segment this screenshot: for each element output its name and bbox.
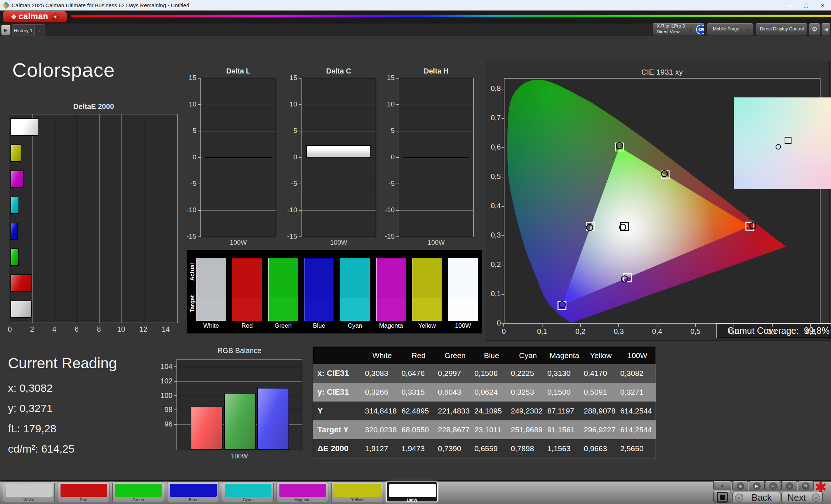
- stop-icon: ■: [737, 482, 744, 490]
- settings-button[interactable]: ⚙: [809, 23, 820, 36]
- y-tick-label: -5: [379, 180, 395, 188]
- meter-button-xrite[interactable]: X-Rite i1Pro 3 Direct View ▼ 436: [652, 23, 705, 36]
- table-cell: 296,9227: [583, 425, 619, 434]
- gridline: [399, 131, 473, 131]
- chevron-down-icon: ▼: [742, 28, 750, 33]
- loop-button[interactable]: ↻: [798, 481, 814, 491]
- tick: [174, 366, 177, 367]
- table-cell: 0,1500: [546, 388, 583, 396]
- logo-dropdown-icon[interactable]: ▼: [52, 13, 59, 20]
- pattern-button-blue[interactable]: Blue: [167, 482, 219, 502]
- row-label: ΔE 2000: [313, 444, 364, 453]
- pattern-label: Green: [113, 497, 164, 502]
- inset-actual-marker: [776, 144, 781, 150]
- next-label: Next: [782, 492, 812, 503]
- pattern-button-100w[interactable]: 100W: [386, 482, 438, 502]
- y-tick-label: 10: [281, 100, 297, 108]
- table-row: x: CIE310,30830,64760,29970,15060,22250,…: [313, 364, 656, 383]
- table-cell: 288,9078: [583, 407, 619, 415]
- tab-nav-button[interactable]: ▶: [1, 25, 11, 35]
- loop-icon: ↻: [802, 482, 810, 490]
- row-label-target: Target: [189, 287, 196, 320]
- add-tab-button[interactable]: +: [35, 24, 45, 36]
- y-tick-label: 15: [180, 74, 196, 82]
- swatch-target: [196, 298, 226, 321]
- measurement-table: WhiteRedGreenBlueCyanMagentaYellow100Wx:…: [313, 347, 656, 458]
- back-button[interactable]: « Back: [732, 492, 780, 503]
- continuous-button[interactable]: ∞: [781, 481, 797, 491]
- play-button[interactable]: ▶: [749, 481, 765, 491]
- table-row: Y314,841862,4895221,483324,1095249,23028…: [313, 402, 656, 420]
- pattern-swatch: [389, 484, 436, 497]
- cie-x-tick-label: 0,4: [644, 327, 670, 336]
- table-cell: 0,1506: [473, 369, 510, 378]
- tick: [502, 177, 504, 177]
- table-row: y: CIE310,32660,33150,60430,06240,32530,…: [313, 383, 656, 402]
- tick: [299, 78, 302, 79]
- meter-count-badge[interactable]: 436: [696, 25, 705, 34]
- close-button[interactable]: ×: [814, 0, 831, 10]
- deltae-bar-yellow: [11, 144, 21, 162]
- series-button[interactable]: [··]: [765, 481, 781, 491]
- tick: [502, 89, 504, 89]
- x-tick-label: 0: [3, 325, 17, 333]
- pattern-button-white[interactable]: White: [3, 482, 55, 502]
- maximize-button[interactable]: ▢: [798, 0, 814, 10]
- meter-button-mobile-forge[interactable]: Mobile Forge ▼: [707, 23, 753, 36]
- rgb-balance-title: RGB Balance: [176, 346, 302, 355]
- y-tick-label: -15: [281, 232, 297, 240]
- window-title: Calman 2025 Calman Ultimate for Business…: [12, 2, 189, 8]
- swatch-yellow: [412, 258, 442, 321]
- table-cell: 0,0624: [473, 388, 510, 396]
- tick: [299, 131, 302, 131]
- y-tick-label: -10: [379, 206, 395, 214]
- expand-tray-button[interactable]: ▲: [713, 481, 731, 490]
- table-cell: 62,4895: [400, 407, 437, 415]
- series-icon: [··]: [769, 482, 777, 490]
- cie-plot: Gamut Coverage: 99,8%: [504, 78, 820, 324]
- pattern-button-green[interactable]: Green: [112, 482, 164, 502]
- swatch-target: [232, 298, 262, 321]
- swatch-blue: [304, 258, 334, 321]
- bottom-toolbar: WhiteRedGreenBlueCyanMagentaYellow100W ▲…: [0, 480, 831, 504]
- stop-button[interactable]: ■: [732, 481, 748, 491]
- meter-label-line1: X-Rite i1Pro 3: [657, 24, 685, 29]
- minimize-button[interactable]: –: [781, 0, 798, 10]
- tick: [198, 131, 201, 131]
- pattern-button-magenta[interactable]: Magenta: [277, 482, 328, 502]
- y-tick-label: 0: [281, 153, 297, 161]
- row-label: y: CIE31: [313, 387, 364, 397]
- tick: [299, 236, 302, 237]
- collapse-panel-button[interactable]: ◀: [821, 23, 831, 36]
- reading-line: cd/m²: 614,25: [8, 443, 74, 455]
- pattern-window-button[interactable]: [713, 491, 731, 503]
- cie-y-tick-label: 0,7: [479, 114, 501, 122]
- deltae-bar-green: [11, 248, 19, 266]
- y-tick-label: -5: [281, 180, 297, 188]
- tick: [502, 147, 504, 148]
- delta-c-title: Delta C: [301, 67, 376, 75]
- deltae-bar-100w: [11, 118, 39, 136]
- tab-history-1[interactable]: History 1: [12, 24, 35, 36]
- pattern-button-cyan[interactable]: Cyan: [222, 482, 274, 502]
- table-cell: 23,1011: [473, 425, 510, 434]
- zero-value-bar: [403, 157, 469, 158]
- swatch-actual: [304, 258, 334, 298]
- y-tick-label: 100: [157, 391, 173, 400]
- column-header: White: [364, 351, 400, 360]
- next-button[interactable]: Next »: [781, 492, 823, 503]
- pattern-label: White: [3, 497, 54, 502]
- meter-button-display-control[interactable]: Direct Display Control ▼: [756, 23, 807, 36]
- x-tick-label: 12: [136, 325, 151, 333]
- tick: [657, 324, 657, 327]
- pattern-button-red[interactable]: Red: [58, 482, 109, 502]
- table-cell: 0,3130: [546, 369, 583, 378]
- calman-menu-button[interactable]: ❖ calman ▼: [3, 11, 67, 22]
- calman-window: Calman 2025 Calman Ultimate for Business…: [0, 0, 831, 504]
- zero-value-bar: [205, 157, 271, 158]
- table-cell: 0,2997: [437, 369, 473, 378]
- pattern-button-yellow[interactable]: Yellow: [331, 482, 383, 502]
- deltae-bar-chart: [10, 114, 178, 323]
- tick: [396, 157, 399, 158]
- table-cell: 0,3266: [364, 388, 400, 396]
